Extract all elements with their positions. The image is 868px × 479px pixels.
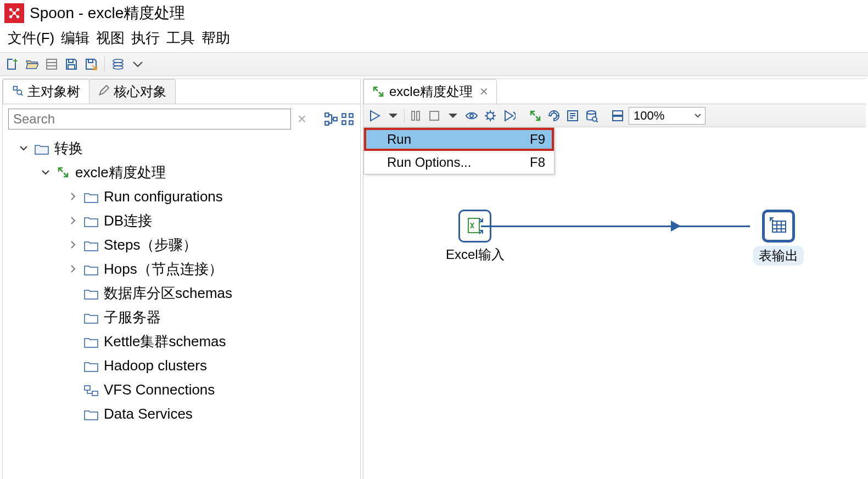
chevron-down-icon[interactable] <box>130 57 145 72</box>
menu-view[interactable]: 视图 <box>94 27 127 49</box>
chevron-right-icon[interactable] <box>68 215 79 226</box>
node-excel-input[interactable]: Excel输入 <box>446 210 505 263</box>
tree-hadoop-clusters[interactable]: Hadoop clusters <box>7 353 356 377</box>
save-as-icon[interactable] <box>83 57 99 72</box>
svg-line-6 <box>14 10 18 14</box>
new-icon[interactable] <box>4 57 20 72</box>
menu-help[interactable]: 帮助 <box>199 27 232 49</box>
perspective-icon[interactable] <box>110 57 126 72</box>
show-results-icon[interactable] <box>610 108 625 123</box>
chevron-down-icon[interactable] <box>18 143 29 154</box>
collapse-tree-icon[interactable] <box>340 112 355 126</box>
folder-icon <box>84 215 98 227</box>
node-table-output[interactable]: 表输出 <box>753 210 804 266</box>
explore-icon[interactable] <box>44 57 59 72</box>
menu-tools[interactable]: 工具 <box>164 27 197 49</box>
hop-arrow[interactable] <box>481 226 750 227</box>
menu-edit[interactable]: 编辑 <box>59 27 92 49</box>
svg-line-8 <box>14 13 18 17</box>
run-menu-options-key: F8 <box>530 155 545 170</box>
tab-main-tree[interactable]: 主对象树 <box>3 79 89 104</box>
svg-rect-33 <box>417 111 419 120</box>
run-menu-options[interactable]: Run Options... F8 <box>364 151 554 174</box>
impact-icon[interactable] <box>546 108 562 123</box>
tree-kettle-cluster-label: Kettle集群schemas <box>104 332 226 351</box>
tree-vfs-connections-label: VFS Connections <box>104 381 215 398</box>
search-input[interactable] <box>8 109 291 129</box>
expand-buttons <box>324 112 355 126</box>
run-icon[interactable] <box>367 108 382 123</box>
tree-db-connections[interactable]: DB连接 <box>7 208 356 233</box>
tree-run-configurations-label: Run configurations <box>104 188 223 205</box>
close-tab-icon[interactable]: ✕ <box>479 85 489 98</box>
verify-icon[interactable] <box>528 108 543 123</box>
clear-search-icon[interactable]: × <box>294 110 310 128</box>
svg-point-19 <box>113 66 123 69</box>
app-icon <box>4 3 24 23</box>
svg-rect-24 <box>325 121 329 125</box>
svg-rect-44 <box>772 221 786 232</box>
transformation-canvas[interactable]: Excel输入 表输出 <box>363 127 866 479</box>
left-panel: 主对象树 核心对象 × 转换 excle精度 <box>2 78 361 479</box>
tab-core-objects[interactable]: 核心对象 <box>89 79 176 104</box>
explore-db-icon[interactable] <box>584 108 599 123</box>
menu-action[interactable]: 执行 <box>129 27 162 49</box>
chevron-right-icon[interactable] <box>68 191 79 202</box>
svg-rect-30 <box>85 386 90 390</box>
stop-icon[interactable] <box>427 108 442 123</box>
preview-icon[interactable] <box>464 108 479 123</box>
open-icon[interactable] <box>24 57 40 72</box>
svg-rect-31 <box>92 391 98 396</box>
stop-dropdown-icon[interactable] <box>445 108 461 123</box>
chevron-right-icon[interactable] <box>68 239 79 250</box>
folder-icon <box>84 408 98 420</box>
svg-line-40 <box>596 121 598 122</box>
expand-tree-icon[interactable] <box>324 112 338 126</box>
node-table-output-box[interactable] <box>762 210 795 243</box>
svg-line-7 <box>11 13 15 17</box>
tree-vfs-connections[interactable]: VFS Connections <box>7 377 356 402</box>
tree-root-transform[interactable]: 转换 <box>7 136 356 160</box>
tree-transformation[interactable]: excle精度处理 <box>7 160 356 184</box>
folder-icon <box>84 311 98 323</box>
tree-partition-schemas[interactable]: 数据库分区schemas <box>7 281 356 305</box>
svg-rect-28 <box>342 121 346 125</box>
tree-kettle-cluster[interactable]: Kettle集群schemas <box>7 329 356 353</box>
pause-icon[interactable] <box>408 108 423 123</box>
run-dropdown-icon[interactable] <box>385 108 401 123</box>
separator <box>104 57 105 72</box>
menu-file[interactable]: 文件(F) <box>5 27 57 49</box>
svg-rect-23 <box>325 113 329 117</box>
save-icon[interactable] <box>64 57 79 72</box>
tree-hadoop-clusters-label: Hadoop clusters <box>104 357 207 374</box>
svg-rect-27 <box>349 114 353 117</box>
replay-icon[interactable] <box>501 108 517 123</box>
chevron-right-icon[interactable] <box>68 263 79 274</box>
run-menu-run-key: F9 <box>530 132 545 147</box>
chevron-down-icon[interactable] <box>40 167 51 178</box>
main-split: 主对象树 核心对象 × 转换 excle精度 <box>0 76 868 479</box>
transformation-icon <box>57 166 70 179</box>
zoom-select[interactable]: 100% <box>629 107 705 125</box>
sql-icon[interactable] <box>565 108 580 123</box>
chevron-down-icon <box>694 109 702 123</box>
svg-line-5 <box>11 10 15 14</box>
hop-arrow-head <box>671 221 681 232</box>
run-menu-options-label: Run Options... <box>387 155 471 170</box>
run-menu-run[interactable]: Run F9 <box>364 128 554 151</box>
tree-steps[interactable]: Steps（步骤） <box>7 233 356 257</box>
pencil-icon <box>98 84 109 99</box>
tree-slave-servers[interactable]: 子服务器 <box>7 305 356 329</box>
editor-tab-excle[interactable]: excle精度处理 ✕ <box>363 79 497 104</box>
tree-db-connections-label: DB连接 <box>104 211 152 230</box>
debug-icon[interactable] <box>483 108 498 123</box>
folder-icon <box>84 239 98 251</box>
tree-data-services[interactable]: Data Services <box>7 402 356 426</box>
svg-rect-43 <box>468 218 479 233</box>
svg-rect-14 <box>69 59 73 63</box>
svg-point-35 <box>470 114 473 117</box>
svg-rect-34 <box>430 111 439 120</box>
tree-run-configurations[interactable]: Run configurations <box>7 184 356 208</box>
main-toolbar <box>0 52 868 76</box>
tree-hops[interactable]: Hops（节点连接） <box>7 257 356 281</box>
